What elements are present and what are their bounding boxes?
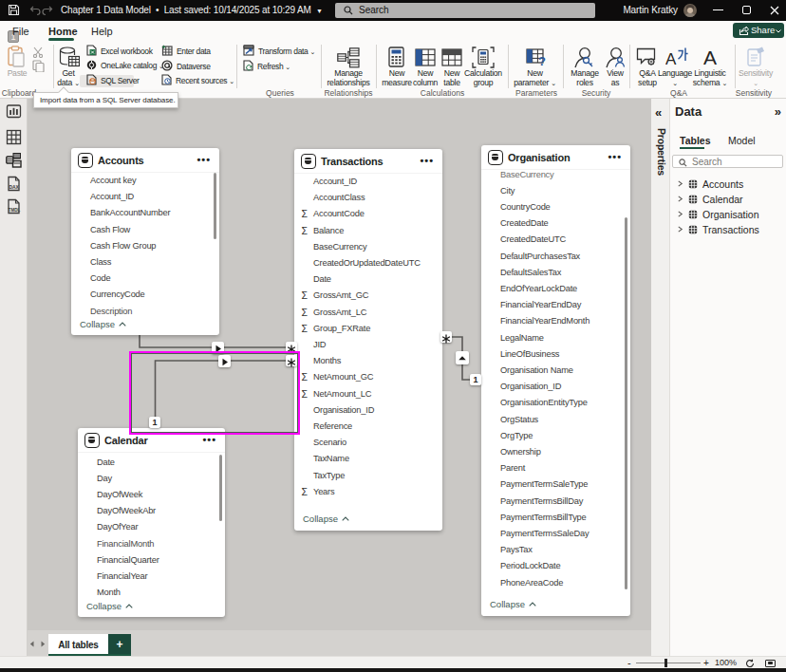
svg-text:A: A [703, 47, 717, 67]
svg-text:?: ? [538, 54, 546, 67]
svg-text:DAX: DAX [9, 184, 19, 190]
svg-text:A: A [665, 50, 677, 68]
svg-text:TMDL: TMDL [9, 208, 21, 213]
